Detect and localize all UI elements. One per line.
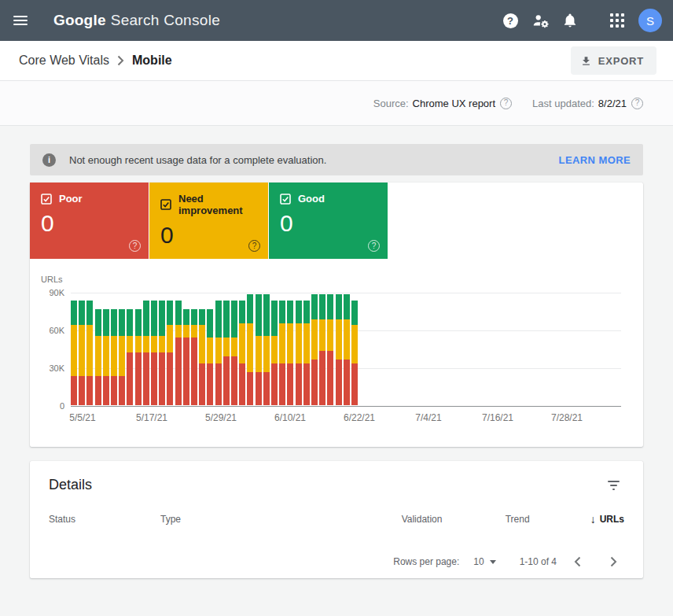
x-tick-label: 7/4/21 xyxy=(415,412,441,423)
checkbox-checked-icon[interactable] xyxy=(160,199,171,210)
updated-help-icon[interactable]: ? xyxy=(631,98,643,109)
caret-down-icon xyxy=(490,560,496,564)
scorecard-label: Good xyxy=(298,193,325,205)
stacked-bar[interactable] xyxy=(247,294,253,405)
scorecards: Poor 0 ? Need improvement 0 ? xyxy=(30,183,643,259)
stacked-bar[interactable] xyxy=(279,301,285,405)
x-tick-label: 6/10/21 xyxy=(274,412,306,423)
filter-icon[interactable] xyxy=(604,478,623,492)
export-button[interactable]: EXPORT xyxy=(571,46,656,75)
source-help-icon[interactable]: ? xyxy=(500,98,512,109)
app-title-primary: Google xyxy=(53,12,106,29)
stacked-bar[interactable] xyxy=(231,301,237,405)
rows-per-page-select[interactable]: 10 xyxy=(473,556,495,567)
pagination-range: 1-10 of 4 xyxy=(520,556,557,567)
y-tick-60k: 60K xyxy=(41,326,64,335)
rows-per-page-label: Rows per page: xyxy=(393,556,459,567)
stacked-bar[interactable] xyxy=(103,309,109,405)
scorecard-good[interactable]: Good 0 ? xyxy=(269,183,388,259)
scorecard-label: Poor xyxy=(59,193,83,205)
stacked-bar[interactable] xyxy=(143,301,149,405)
help-icon[interactable]: ? xyxy=(495,6,525,35)
app-logo[interactable]: Google Search Console xyxy=(53,12,220,29)
menu-icon[interactable] xyxy=(11,5,42,36)
x-tick-label: 7/16/21 xyxy=(482,412,513,423)
stacked-bar[interactable] xyxy=(207,309,213,405)
details-card: Details Status Type Validation Trend ↓ U… xyxy=(30,461,643,578)
apps-grid-icon[interactable] xyxy=(602,6,632,35)
stacked-bar[interactable] xyxy=(191,309,197,405)
y-axis-title: URLs xyxy=(41,275,63,284)
download-icon xyxy=(580,55,592,67)
info-icon: i xyxy=(42,153,56,167)
avatar[interactable]: S xyxy=(638,9,662,32)
stacked-bar[interactable] xyxy=(199,309,205,405)
stacked-bar[interactable] xyxy=(151,301,157,405)
info-banner: i Not enough recent usage data for a com… xyxy=(30,144,643,175)
breadcrumb-current: Mobile xyxy=(132,53,172,68)
urls-chart: URLs 90K 60K 30K 0 5/5/215/17/215/29/216… xyxy=(30,272,643,445)
stacked-bar[interactable] xyxy=(159,301,165,405)
chart-plot[interactable] xyxy=(71,293,621,406)
page: Google Search Console ? S xyxy=(0,0,673,616)
stacked-bar[interactable] xyxy=(263,294,270,405)
stacked-bar[interactable] xyxy=(111,309,117,405)
stacked-bar[interactable] xyxy=(71,301,77,405)
stacked-bar[interactable] xyxy=(271,301,278,405)
app-title-secondary: Search Console xyxy=(111,12,220,29)
next-page-button[interactable] xyxy=(598,548,629,576)
scorecard-help-icon[interactable]: ? xyxy=(368,240,380,252)
column-urls[interactable]: ↓ URLs xyxy=(590,513,624,526)
updated-value: 8/2/21 xyxy=(598,98,627,109)
column-trend[interactable]: Trend xyxy=(506,514,590,525)
scorecard-value: 0 xyxy=(160,222,257,249)
stacked-bar[interactable] xyxy=(86,301,93,405)
x-tick-label: 5/17/21 xyxy=(136,412,167,423)
sort-down-icon: ↓ xyxy=(590,513,596,526)
scorecard-need-improvement[interactable]: Need improvement 0 ? xyxy=(149,183,268,259)
stacked-bar[interactable] xyxy=(135,309,142,405)
checkbox-checked-icon[interactable] xyxy=(41,194,52,205)
stacked-bar[interactable] xyxy=(351,301,358,405)
column-type[interactable]: Type xyxy=(160,514,402,525)
y-tick-30k: 30K xyxy=(41,363,64,373)
scorecard-help-icon[interactable]: ? xyxy=(129,240,141,252)
notifications-icon[interactable] xyxy=(555,6,585,35)
stacked-bar[interactable] xyxy=(239,301,245,405)
manage-users-icon[interactable] xyxy=(525,6,555,35)
stacked-bar[interactable] xyxy=(256,294,262,405)
app-bar-actions: ? S xyxy=(495,6,662,35)
x-tick-label: 5/5/21 xyxy=(69,412,95,423)
checkbox-checked-icon[interactable] xyxy=(280,194,291,205)
scorecard-poor[interactable]: Poor 0 ? xyxy=(30,183,149,259)
stacked-bar[interactable] xyxy=(215,301,222,405)
app-bar: Google Search Console ? S xyxy=(0,0,673,41)
stacked-bar[interactable] xyxy=(127,309,133,405)
stacked-bar[interactable] xyxy=(311,294,318,405)
stacked-bar[interactable] xyxy=(344,294,350,405)
x-tick-label: 5/29/21 xyxy=(205,412,237,423)
stacked-bar[interactable] xyxy=(119,309,125,405)
column-status[interactable]: Status xyxy=(49,514,160,525)
previous-page-button[interactable] xyxy=(561,548,593,576)
rows-per-page-value: 10 xyxy=(473,556,484,567)
stacked-bar[interactable] xyxy=(287,301,293,405)
x-axis-labels: 5/5/215/17/215/29/216/10/216/22/217/4/21… xyxy=(71,412,621,425)
stacked-bar[interactable] xyxy=(167,301,173,405)
breadcrumb-parent[interactable]: Core Web Vitals xyxy=(19,53,109,68)
scorecard-value: 0 xyxy=(41,210,138,237)
learn-more-link[interactable]: LEARN MORE xyxy=(559,154,631,166)
stacked-bar[interactable] xyxy=(336,294,342,405)
stacked-bar[interactable] xyxy=(175,301,182,405)
column-validation[interactable]: Validation xyxy=(402,514,506,525)
y-tick-90k: 90K xyxy=(41,288,64,297)
scorecard-help-icon[interactable]: ? xyxy=(248,240,260,252)
stacked-bar[interactable] xyxy=(327,294,333,405)
stacked-bar[interactable] xyxy=(319,294,325,405)
stacked-bar[interactable] xyxy=(183,309,189,405)
stacked-bar[interactable] xyxy=(296,301,302,405)
stacked-bar[interactable] xyxy=(303,301,310,405)
stacked-bar[interactable] xyxy=(223,301,230,405)
stacked-bar[interactable] xyxy=(95,309,101,405)
stacked-bar[interactable] xyxy=(79,301,85,405)
